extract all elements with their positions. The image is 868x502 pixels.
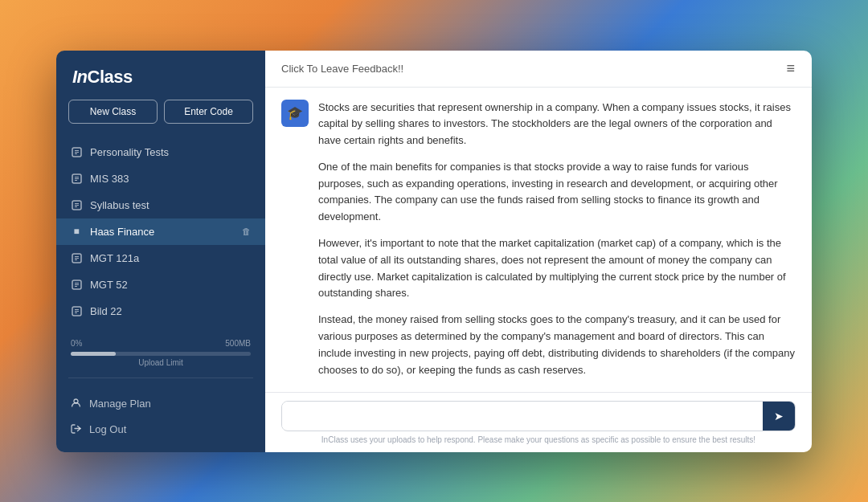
logo-normal: Class	[88, 67, 133, 87]
sidebar-item-e3[interactable]: E3	[56, 324, 265, 331]
new-class-button[interactable]: New Class	[68, 100, 158, 124]
upload-limit: 500MB	[225, 339, 251, 348]
sidebar-item-label: Haas Finance	[90, 226, 154, 238]
chat-input[interactable]	[282, 402, 763, 430]
message-paragraph: Stocks are securities that represent own…	[318, 100, 796, 149]
bot-avatar: 🎓	[281, 100, 309, 127]
sidebar-item-mis-383[interactable]: MIS 383	[56, 165, 265, 192]
sidebar-item-label: MGT 52	[90, 279, 128, 291]
upload-bar-bg	[71, 352, 251, 356]
sidebar-item-label: MGT 121a	[90, 252, 139, 264]
footer-item-label: Manage Plan	[89, 398, 151, 410]
disclaimer: InClass uses your uploads to help respon…	[281, 435, 796, 446]
class-icon: ■	[71, 226, 82, 237]
send-button[interactable]: ➤	[763, 402, 795, 431]
main-content: Click To Leave Feedback!! ≡ 🎓 Stocks are…	[265, 51, 812, 452]
message-text: Stocks are securities that represent own…	[318, 100, 796, 392]
upload-section: 0% 500MB Upload Limit	[56, 331, 265, 371]
sidebar-item-label: Bild 22	[90, 305, 122, 317]
footer-item-manage-plan[interactable]: Manage Plan	[56, 391, 265, 417]
chat-icon	[71, 279, 82, 290]
sidebar-item-personality-tests[interactable]: Personality Tests	[56, 139, 265, 165]
footer-item-label: Log Out	[89, 423, 126, 435]
chat-input-row: ➤	[281, 401, 796, 431]
chat-icon	[71, 252, 82, 263]
logout-icon	[71, 423, 81, 436]
chat-area: 🎓 Stocks are securities that represent o…	[265, 88, 812, 392]
sidebar-item-label: MIS 383	[90, 173, 129, 185]
enter-code-button[interactable]: Enter Code	[164, 100, 253, 124]
sidebar-item-syllabus-test[interactable]: Syllabus test	[56, 192, 265, 218]
sidebar-item-mgt-52[interactable]: MGT 52	[56, 271, 265, 298]
footer-item-log-out[interactable]: Log Out	[56, 417, 265, 443]
main-header: Click To Leave Feedback!! ≡	[265, 51, 812, 88]
sidebar: InClass New Class Enter Code Personality…	[56, 51, 265, 452]
user-icon	[71, 398, 81, 410]
chat-icon	[71, 146, 82, 157]
chat-icon	[71, 173, 82, 184]
menu-icon[interactable]: ≡	[786, 60, 796, 77]
sidebar-item-bild-22[interactable]: Bild 22	[56, 298, 265, 324]
sidebar-nav: Personality TestsMIS 383Syllabus test■Ha…	[56, 136, 265, 331]
logo-italic: In	[72, 67, 88, 87]
chat-input-area: ➤ InClass uses your uploads to help resp…	[265, 392, 812, 452]
avatar-icon: 🎓	[287, 105, 303, 120]
upload-percent: 0%	[71, 339, 82, 348]
delete-icon[interactable]: 🗑	[242, 227, 251, 236]
send-icon: ➤	[774, 410, 784, 422]
sidebar-item-haas-finance[interactable]: ■Haas Finance🗑	[56, 218, 265, 245]
upload-label: Upload Limit	[71, 358, 251, 367]
message-block: 🎓 Stocks are securities that represent o…	[281, 100, 796, 392]
upload-bar-fill	[71, 352, 116, 356]
feedback-link[interactable]: Click To Leave Feedback!!	[281, 63, 403, 75]
sidebar-footer: Manage PlanLog Out	[56, 385, 265, 452]
sidebar-item-label: Syllabus test	[90, 199, 149, 211]
message-paragraph: However, it's important to note that the…	[318, 235, 796, 302]
message-paragraph: Instead, the money raised from selling s…	[318, 312, 796, 378]
sidebar-item-mgt-121a[interactable]: MGT 121a	[56, 245, 265, 271]
chat-icon	[71, 199, 82, 210]
message-paragraph: One of the main benefits for companies i…	[318, 159, 796, 226]
app-logo: InClass	[56, 51, 265, 100]
chat-icon	[71, 305, 82, 316]
sidebar-item-label: Personality Tests	[90, 146, 169, 158]
nav-divider	[68, 378, 253, 378]
sidebar-actions: New Class Enter Code	[56, 100, 265, 136]
app-window: InClass New Class Enter Code Personality…	[56, 51, 812, 452]
